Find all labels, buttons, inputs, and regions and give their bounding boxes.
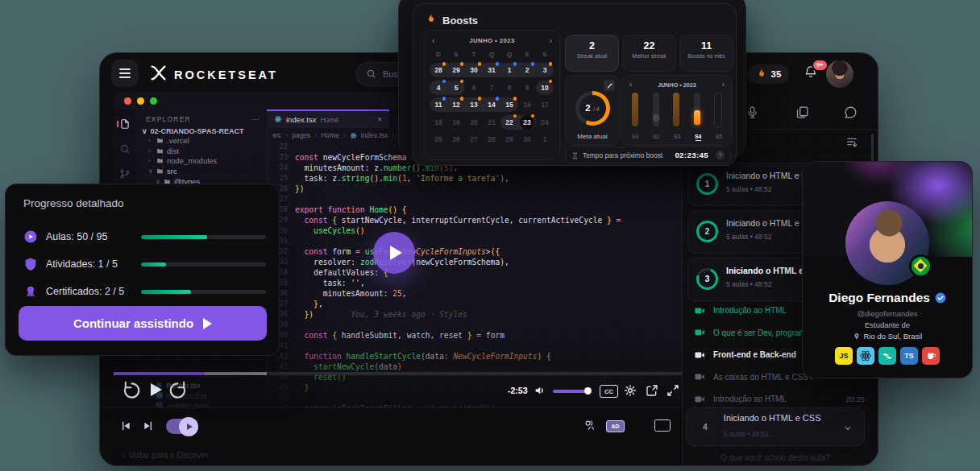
chevron-down-icon[interactable]: [843, 422, 853, 432]
calendar-day[interactable]: 8: [500, 81, 518, 95]
calendar-day[interactable]: 23: [518, 115, 536, 130]
progress-fill: [141, 235, 207, 239]
next-module-card[interactable]: 4 Iniciando o HTML e CSS 5 aulas • 48:52: [686, 407, 865, 446]
code-token: task:: [295, 278, 351, 288]
calendar-day-number: 8: [508, 84, 512, 92]
calendar-day[interactable]: 26: [447, 132, 465, 147]
tree-item-src[interactable]: ∨src: [136, 166, 267, 176]
calendar-day[interactable]: 29: [500, 132, 518, 147]
edit-goal-button[interactable]: [604, 80, 615, 91]
volume-slider[interactable]: [553, 390, 588, 393]
rocketseat-logo[interactable]: ROCKETSEAT: [150, 64, 278, 85]
video-progress-bar[interactable]: [114, 372, 682, 375]
play-overlay-button[interactable]: [373, 232, 415, 274]
breadcrumb-item[interactable]: index.tsx: [361, 131, 388, 139]
fullscreen-icon[interactable]: [666, 384, 679, 397]
calendar-day[interactable]: 25: [430, 132, 447, 147]
calendar-day[interactable]: 5: [447, 81, 465, 95]
help-icon[interactable]: ?: [716, 151, 725, 159]
calendar-day[interactable]: 4: [430, 81, 447, 95]
tab-index-tsx[interactable]: index.tsx Home ×: [267, 109, 389, 128]
play-icon: [390, 246, 402, 260]
captions-button[interactable]: CC: [600, 385, 618, 398]
calendar-day[interactable]: 13: [465, 97, 483, 112]
notifications-button[interactable]: 9+: [804, 64, 820, 81]
progress-card: Progresso detalhado Aulas: 50 / 95Ativid…: [5, 184, 280, 356]
calendar-day[interactable]: 28: [430, 63, 447, 77]
calendar-day[interactable]: 7: [483, 81, 500, 95]
calendar-day[interactable]: 21: [483, 115, 500, 130]
materials-icon[interactable]: [795, 105, 809, 119]
minimize-window-icon[interactable]: [137, 97, 144, 105]
calendar-day[interactable]: 6: [465, 81, 483, 95]
explorer-menu-icon[interactable]: ⋯: [252, 115, 260, 123]
calendar-day[interactable]: 9: [518, 81, 536, 95]
audio-description-badge[interactable]: AD: [606, 420, 625, 432]
continue-watching-button[interactable]: Continuar assistindo: [19, 306, 267, 341]
volume-icon[interactable]: [534, 384, 546, 397]
popout-icon[interactable]: [646, 384, 658, 397]
back-link[interactable]: ‹ Voltar para o Discover: [122, 451, 208, 460]
calendar-next-icon[interactable]: ›: [550, 37, 552, 45]
calendar-day[interactable]: 3: [536, 63, 554, 77]
breadcrumb-item[interactable]: Home: [321, 131, 339, 139]
calendar-day[interactable]: 29: [447, 63, 465, 77]
transcript-icon[interactable]: [745, 105, 759, 119]
streak-counter[interactable]: 35: [747, 64, 789, 84]
next-lesson-icon[interactable]: [142, 419, 155, 432]
calendar-day[interactable]: 22: [500, 115, 518, 130]
files-icon[interactable]: [118, 118, 131, 130]
calendar-day[interactable]: 19: [447, 115, 465, 130]
calendar-day[interactable]: 1: [500, 63, 518, 77]
comments-icon[interactable]: [844, 105, 858, 119]
search-sidebar-icon[interactable]: [118, 143, 131, 155]
calendar-day[interactable]: 14: [483, 97, 500, 112]
calendar-day[interactable]: 12: [447, 97, 465, 112]
close-tab-icon[interactable]: ×: [377, 115, 382, 124]
tree-root[interactable]: ∨ 02-CRIANDO-SPAS-REACT: [136, 127, 267, 135]
calendar-day[interactable]: 24: [536, 115, 554, 130]
breadcrumb-item[interactable]: pages: [292, 131, 310, 139]
window-controls[interactable]: [124, 97, 157, 105]
calendar-day[interactable]: 15: [500, 97, 518, 112]
weekly-prev-icon[interactable]: ‹: [629, 81, 632, 89]
tree-item-dist[interactable]: ›dist: [136, 146, 267, 156]
volume-knob[interactable]: [584, 387, 592, 395]
calendar-day[interactable]: 28: [483, 132, 500, 147]
calendar-day[interactable]: 18: [430, 115, 447, 130]
calendar-day[interactable]: 11: [430, 97, 447, 112]
previous-lesson-icon[interactable]: [119, 419, 132, 432]
calendar-day[interactable]: 30: [518, 132, 536, 147]
source-control-icon[interactable]: [118, 167, 131, 180]
tree-item--vercel[interactable]: ›.vercel: [136, 135, 267, 146]
close-window-icon[interactable]: [124, 97, 131, 105]
calendar-day[interactable]: 2: [518, 63, 536, 77]
rewind-10-button[interactable]: [122, 380, 143, 401]
code-token: startNewCycle, interruptCurrentCycle, cu…: [342, 215, 602, 225]
forward-10-button[interactable]: [167, 380, 188, 401]
calendar-day[interactable]: 27: [465, 132, 483, 147]
sort-icon[interactable]: [845, 135, 858, 148]
user-avatar[interactable]: [826, 60, 853, 88]
maximize-window-icon[interactable]: [150, 97, 157, 105]
calendar-day[interactable]: 30: [465, 63, 483, 77]
theater-mode-icon[interactable]: [654, 419, 671, 432]
calendar-day[interactable]: 17: [536, 97, 554, 112]
code-line: 29 const { startNewCycle, interruptCurre…: [267, 215, 682, 225]
calendar-day[interactable]: 10: [536, 81, 554, 95]
autoplay-knob[interactable]: [179, 417, 198, 436]
autoplay-toggle[interactable]: [166, 419, 197, 434]
calendar-day[interactable]: 20: [465, 115, 483, 130]
tree-item-node-modules[interactable]: ›node_modules: [136, 156, 267, 167]
calendar-day[interactable]: 31: [483, 63, 500, 77]
calendar-day[interactable]: 1: [536, 132, 554, 147]
settings-gear-icon[interactable]: [624, 384, 637, 397]
sound-effects-icon[interactable]: [583, 419, 596, 432]
menu-button[interactable]: [111, 60, 139, 87]
play-button[interactable]: [151, 383, 162, 396]
calendar-prev-icon[interactable]: ‹: [432, 37, 434, 45]
weekly-next-icon[interactable]: ›: [722, 81, 725, 89]
continue-watching-label: Continuar assistindo: [73, 316, 193, 330]
breadcrumb-item[interactable]: src: [272, 131, 281, 139]
calendar-day[interactable]: 16: [518, 97, 536, 112]
